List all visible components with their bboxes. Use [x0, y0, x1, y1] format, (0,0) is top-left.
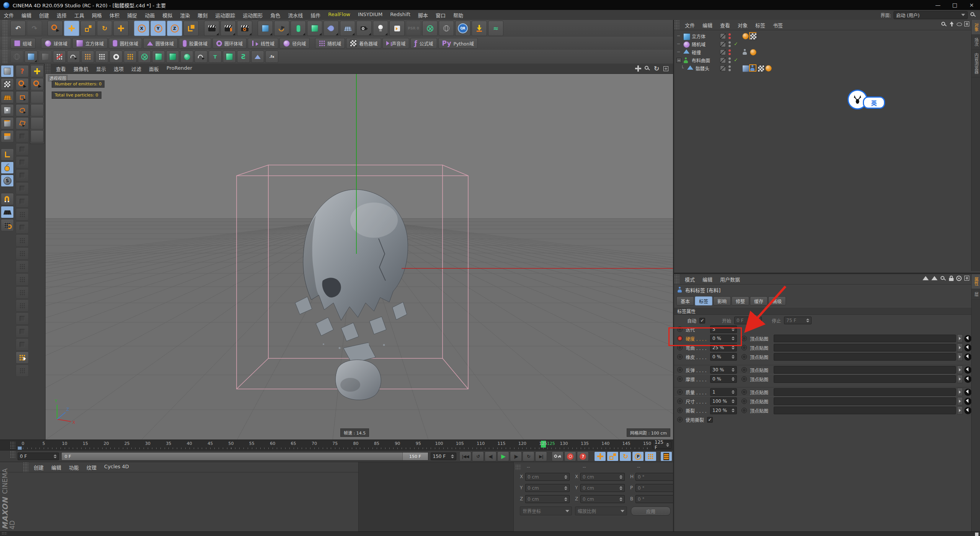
menu-体积[interactable]: 体积: [106, 11, 123, 19]
param-field-撕裂[interactable]: 120 %: [710, 407, 737, 414]
viewport-menu-过滤[interactable]: 过滤: [127, 65, 145, 72]
map-radio[interactable]: [742, 399, 747, 404]
shader-field-button[interactable]: 着色器域: [346, 38, 381, 49]
param-field-反弹[interactable]: 30 %: [710, 366, 737, 374]
lock-icon[interactable]: [949, 276, 954, 283]
dot-grid-b-button[interactable]: [16, 234, 29, 247]
target-icon[interactable]: [956, 276, 962, 283]
coordinate-mode-dropdown[interactable]: 世界坐标: [520, 507, 572, 515]
pan-view-icon[interactable]: [634, 65, 642, 72]
pick-object-button[interactable]: [964, 389, 972, 396]
point-handles-tool-button[interactable]: [81, 51, 94, 63]
record-radio[interactable]: [677, 399, 683, 404]
cone-icon[interactable]: [923, 276, 929, 283]
map-expand-button[interactable]: [957, 334, 963, 343]
attribute-menu-模式[interactable]: 模式: [681, 276, 699, 283]
rotate-view-icon[interactable]: ↻: [652, 65, 661, 72]
visibility-dots[interactable]: [728, 33, 731, 39]
lock-z-axis-button[interactable]: Z: [167, 21, 182, 36]
object-row-碰撞[interactable]: ─碰撞: [674, 48, 969, 56]
toggle-views-icon[interactable]: [662, 65, 670, 72]
goto-start-button[interactable]: |◀◀: [459, 451, 471, 461]
pick-object-button[interactable]: [964, 344, 972, 351]
redo-button[interactable]: ↷: [27, 21, 42, 36]
green-extrude-button[interactable]: [166, 51, 179, 63]
material-ball-tag-icon[interactable]: [750, 49, 756, 55]
enable-check[interactable]: ✓: [734, 57, 738, 63]
coordinate-system-button[interactable]: [183, 21, 199, 36]
object-menu-查看[interactable]: 查看: [716, 21, 734, 29]
menu-插件[interactable]: 插件: [307, 11, 324, 19]
minimize-button[interactable]: —: [929, 0, 946, 10]
record-radio[interactable]: [677, 417, 683, 422]
object-menu-书签[interactable]: 书签: [769, 21, 787, 29]
workplane-snap-button[interactable]: [1, 219, 14, 231]
visibility-dots-b-button[interactable]: [16, 286, 29, 299]
edges-mode-button[interactable]: [1, 117, 14, 129]
timeline-window-button[interactable]: [660, 451, 672, 461]
object-manager-grip[interactable]: [674, 20, 679, 30]
viewport-menu-查看[interactable]: 查看: [52, 65, 70, 72]
key-selection-button[interactable]: ?: [577, 451, 589, 461]
render-settings-button[interactable]: [237, 21, 252, 36]
coordinates-grip[interactable]: [515, 464, 521, 470]
menu-INSYDIUM[interactable]: INSYDIUM: [354, 11, 386, 19]
points-mode-button[interactable]: [1, 104, 14, 116]
sphere-project-tool-button[interactable]: [16, 195, 29, 208]
dot-grid-a-button[interactable]: [16, 208, 29, 221]
add-deformer-button[interactable]: [323, 21, 339, 36]
tab-基本[interactable]: 基本: [676, 296, 694, 306]
menu-脚本[interactable]: 脚本: [414, 11, 432, 19]
map-expand-button[interactable]: [957, 388, 963, 396]
zoom-view-icon[interactable]: [643, 65, 652, 72]
triangle-swap-button[interactable]: [16, 325, 29, 338]
menu-模拟[interactable]: 模拟: [158, 11, 176, 19]
menu-窗口[interactable]: 窗口: [432, 11, 449, 19]
render-view-button[interactable]: [204, 21, 219, 36]
map-radio[interactable]: [742, 354, 747, 360]
menu-渲染[interactable]: 渲染: [176, 11, 194, 19]
menu-文件[interactable]: 文件: [0, 11, 18, 19]
interface-dropdown[interactable]: 启动 (用户): [893, 11, 968, 19]
vertex-map-field-弯曲[interactable]: [774, 344, 956, 351]
add-layer-icon[interactable]: [964, 21, 969, 29]
viewport-menu-ProRender[interactable]: ProRender: [163, 65, 196, 72]
layer-box[interactable]: [720, 41, 726, 47]
object-row-布料曲面[interactable]: −布料曲面✓: [674, 56, 969, 64]
menu-运动跟踪[interactable]: 运动跟踪: [211, 11, 239, 19]
visibility-dots-a-button[interactable]: [16, 273, 29, 286]
restore-button[interactable]: □: [946, 0, 963, 10]
last-used-tool-button[interactable]: [113, 21, 129, 36]
formula-field-button[interactable]: ƒ公式域: [410, 38, 437, 49]
add-icon[interactable]: [964, 276, 969, 283]
record-radio[interactable]: [677, 408, 683, 413]
search-icon[interactable]: [970, 12, 976, 18]
timeline-ruler[interactable]: 125 125 F 051015202530354045505560657075…: [0, 440, 673, 451]
material-menu-功能[interactable]: 功能: [65, 464, 83, 471]
material-menu-纹理[interactable]: 纹理: [83, 464, 100, 471]
menu-运动图形[interactable]: 运动图形: [239, 11, 266, 19]
map-radio[interactable]: [742, 345, 747, 350]
group-field-button[interactable]: 组域: [10, 38, 36, 49]
apply-button[interactable]: 应用: [631, 507, 671, 516]
triangle-down-button[interactable]: [16, 338, 29, 351]
green-point-sphere-button[interactable]: [138, 51, 151, 63]
side-tab-内容浏览器[interactable]: 内容浏览器: [972, 50, 980, 77]
add-environment-button[interactable]: [340, 21, 355, 36]
lock-y-axis-button[interactable]: Y: [150, 21, 166, 36]
wire-sphere-tool-button[interactable]: [10, 51, 23, 63]
ime-badge[interactable]: 英: [848, 90, 893, 113]
layer-box[interactable]: [720, 65, 726, 71]
menu-网格[interactable]: 网格: [88, 11, 106, 19]
object-row-立方体[interactable]: ─立方体: [674, 32, 969, 40]
stepper-icon[interactable]: [664, 443, 669, 447]
map-radio[interactable]: [742, 367, 747, 373]
record-radio[interactable]: [677, 354, 683, 360]
viewport-menu-显示[interactable]: 显示: [92, 65, 110, 72]
vertex-map-field-橡皮[interactable]: [774, 353, 956, 361]
green-cube-cross-button[interactable]: [152, 51, 165, 63]
next-frame-button[interactable]: |▶: [510, 451, 522, 461]
attribute-menu-编辑[interactable]: 编辑: [699, 276, 716, 283]
param-field-橡皮[interactable]: 0 %: [710, 353, 737, 361]
rectangle-selection-tool-button[interactable]: [16, 91, 29, 103]
